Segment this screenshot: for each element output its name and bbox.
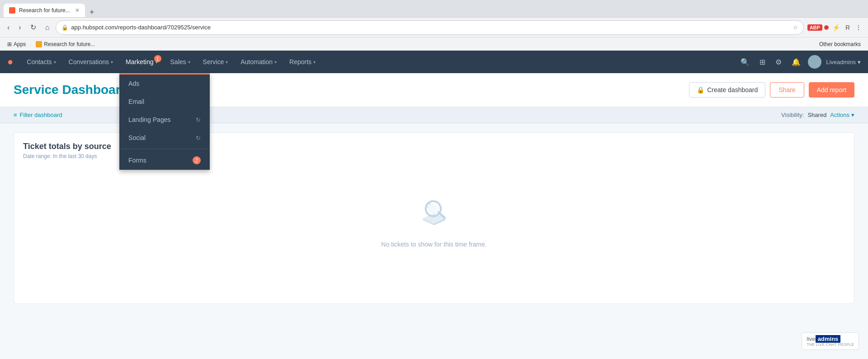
address-bar[interactable]: 🔒 app.hubspot.com/reports-dashboard/7029… bbox=[56, 20, 803, 35]
nav-item-marketing[interactable]: Marketing ▾ 1 bbox=[119, 51, 164, 73]
toolbar-icons: ABP ⚡ R ⋮ bbox=[807, 22, 863, 33]
nav-sales-label: Sales bbox=[170, 58, 186, 65]
hubspot-logo[interactable]: ● bbox=[7, 56, 13, 68]
reload-button[interactable]: ↻ bbox=[28, 21, 39, 33]
liveadmins-tagline: THE LIVE CHAT PEOPLE bbox=[807, 342, 854, 347]
nav-item-reports[interactable]: Reports ▾ bbox=[283, 51, 322, 73]
dd-forms-label: Forms bbox=[128, 157, 146, 164]
search-button[interactable]: 🔍 bbox=[738, 55, 752, 69]
dd-ads-label: Ads bbox=[128, 80, 139, 87]
lock-icon: 🔒 bbox=[61, 24, 68, 31]
contacts-chevron-icon: ▾ bbox=[54, 60, 56, 65]
marketing-dropdown: Ads Email Landing Pages ↻ Social ↻ Forms… bbox=[119, 73, 210, 170]
dd-item-forms[interactable]: Forms 2 bbox=[119, 151, 210, 170]
filter-dashboard-link[interactable]: ≡ Filter dashboard bbox=[14, 112, 62, 118]
dd-item-social[interactable]: Social ↻ bbox=[119, 129, 210, 147]
social-refresh-icon: ↻ bbox=[196, 135, 201, 141]
dd-landing-pages-label: Landing Pages bbox=[128, 116, 170, 123]
landing-pages-refresh-icon: ↻ bbox=[196, 117, 201, 123]
hubspot-app: ● Contacts ▾ Conversations ▾ Marketing ▾… bbox=[0, 51, 868, 359]
apps-icon: ⊞ bbox=[7, 41, 12, 47]
forward-button[interactable]: › bbox=[16, 22, 24, 33]
nav-item-automation[interactable]: Automation ▾ bbox=[234, 51, 283, 73]
actions-chevron-icon: ▾ bbox=[851, 112, 854, 118]
add-report-button[interactable]: Add report bbox=[809, 82, 854, 98]
forms-badge: 2 bbox=[193, 156, 201, 164]
red-dot-icon bbox=[824, 25, 829, 30]
marketing-badge: 1 bbox=[154, 55, 161, 62]
nav-service-label: Service bbox=[203, 58, 224, 65]
dropdown-divider bbox=[119, 149, 210, 149]
visibility-value: Shared bbox=[807, 112, 826, 118]
abp-badge: ABP bbox=[807, 24, 822, 31]
header-actions: 🔒 Create dashboard Share Add report bbox=[689, 82, 854, 98]
nav-item-conversations[interactable]: Conversations ▾ bbox=[62, 51, 120, 73]
dd-email-label: Email bbox=[128, 98, 144, 105]
conversations-chevron-icon: ▾ bbox=[111, 60, 113, 65]
menu-button[interactable]: ⋮ bbox=[854, 22, 863, 33]
nav-conversations-label: Conversations bbox=[69, 58, 109, 65]
lock-icon: 🔒 bbox=[697, 86, 704, 93]
create-dashboard-button[interactable]: 🔒 Create dashboard bbox=[689, 82, 765, 98]
liveadmins-logo: liveadmins THE LIVE CHAT PEOPLE bbox=[802, 332, 859, 350]
nav-item-contacts[interactable]: Contacts ▾ bbox=[20, 51, 62, 73]
bookmarks-bar: ⊞ Apps Research for future... Other book… bbox=[0, 37, 868, 51]
settings-button[interactable]: ⚙ bbox=[773, 55, 784, 69]
empty-state-icon bbox=[411, 196, 457, 232]
dd-social-label: Social bbox=[128, 134, 146, 141]
browser-chrome: Research for future... ✕ + ‹ › ↻ ⌂ 🔒 app… bbox=[0, 0, 868, 51]
dd-item-landing-pages[interactable]: Landing Pages ↻ bbox=[119, 111, 210, 129]
nav-contacts-label: Contacts bbox=[27, 58, 52, 65]
apps-label: Apps bbox=[14, 41, 26, 47]
top-nav: ● Contacts ▾ Conversations ▾ Marketing ▾… bbox=[0, 51, 868, 73]
tab-close-icon[interactable]: ✕ bbox=[75, 7, 80, 14]
reports-chevron-icon: ▾ bbox=[313, 60, 316, 65]
marketplace-button[interactable]: ⊞ bbox=[757, 55, 768, 69]
svg-point-5 bbox=[428, 204, 439, 214]
page-title: Service Dashboard bbox=[14, 83, 128, 97]
star-icon: ☆ bbox=[793, 24, 798, 31]
avatar[interactable] bbox=[808, 55, 821, 69]
research-bookmark[interactable]: Research for future... bbox=[33, 40, 98, 48]
extensions-button[interactable]: ⚡ bbox=[830, 22, 842, 33]
tab-favicon bbox=[9, 7, 15, 14]
username-label: Liveadmins bbox=[826, 59, 856, 65]
nav-item-sales[interactable]: Sales ▾ bbox=[164, 51, 197, 73]
user-menu[interactable]: Liveadmins ▾ bbox=[826, 59, 861, 65]
sales-chevron-icon: ▾ bbox=[188, 60, 190, 65]
new-tab-button[interactable]: + bbox=[87, 8, 97, 17]
browser-toolbar: ‹ › ↻ ⌂ 🔒 app.hubspot.com/reports-dashbo… bbox=[0, 17, 868, 37]
apps-bookmark[interactable]: ⊞ Apps bbox=[5, 40, 28, 48]
visibility-label: Visibility: bbox=[781, 112, 804, 118]
notifications-button[interactable]: 🔔 bbox=[789, 55, 803, 69]
address-text: app.hubspot.com/reports-dashboard/702952… bbox=[71, 24, 790, 31]
tab-title: Research for future... bbox=[19, 7, 71, 14]
nav-reports-label: Reports bbox=[289, 58, 311, 65]
share-label: Share bbox=[778, 86, 795, 93]
active-tab[interactable]: Research for future... ✕ bbox=[4, 4, 85, 17]
empty-state-text: No tickets to show for this time frame. bbox=[381, 241, 486, 248]
nav-automation-label: Automation bbox=[241, 58, 273, 65]
other-bookmarks[interactable]: Other bookmarks bbox=[816, 40, 863, 48]
research-favicon bbox=[36, 41, 42, 47]
nav-right-section: 🔍 ⊞ ⚙ 🔔 Liveadmins ▾ bbox=[738, 55, 861, 69]
user-chevron-icon: ▾ bbox=[858, 59, 861, 65]
nav-marketing-wrapper: Marketing ▾ 1 Ads Email Landing Pages ↻ … bbox=[119, 51, 164, 73]
nav-marketing-label: Marketing bbox=[126, 58, 153, 65]
empty-state: No tickets to show for this time frame. bbox=[23, 168, 845, 275]
actions-button[interactable]: Actions ▾ bbox=[830, 112, 854, 118]
add-report-label: Add report bbox=[817, 86, 846, 93]
live-text: live bbox=[807, 336, 816, 342]
filter-icon: ≡ bbox=[14, 112, 17, 118]
home-button[interactable]: ⌂ bbox=[42, 22, 52, 33]
liveadmins-text: liveadmins THE LIVE CHAT PEOPLE bbox=[807, 336, 854, 347]
nav-item-service[interactable]: Service ▾ bbox=[197, 51, 235, 73]
share-button[interactable]: Share bbox=[770, 82, 804, 98]
back-button[interactable]: ‹ bbox=[5, 22, 12, 33]
account-button[interactable]: R bbox=[844, 22, 852, 33]
actions-label: Actions bbox=[830, 112, 849, 118]
dd-item-email[interactable]: Email bbox=[119, 93, 210, 111]
dd-item-ads[interactable]: Ads bbox=[119, 75, 210, 93]
research-label: Research for future... bbox=[44, 41, 95, 47]
svg-point-6 bbox=[429, 204, 430, 205]
